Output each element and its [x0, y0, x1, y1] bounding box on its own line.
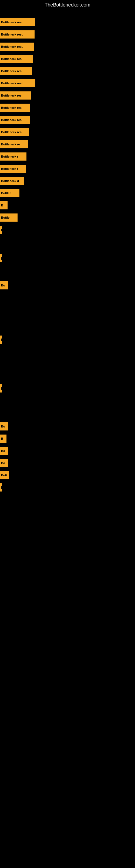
- bottleneck-bar: Bott: [0, 471, 9, 479]
- site-title: TheBottlenecker.com: [0, 0, 135, 10]
- bar-label: Bo: [1, 461, 5, 465]
- bottleneck-bar: Bottleneck res: [0, 104, 30, 112]
- bar-label: |: [1, 228, 2, 231]
- bar-label: Bottleneck d: [1, 179, 19, 183]
- bottleneck-bar: Bottleneck resu: [0, 30, 35, 38]
- bottleneck-bar: Bo: [0, 422, 8, 431]
- bottleneck-bar: |: [0, 226, 2, 234]
- bottleneck-bar: Bottlen: [0, 189, 19, 197]
- bar-label: Bottleneck re: [1, 143, 20, 146]
- bar-label: |: [1, 338, 2, 341]
- bar-label: Bottleneck r: [1, 155, 18, 158]
- bottleneck-bar: Bottleneck res: [0, 128, 29, 136]
- bottleneck-bar: Bottleneck res: [0, 67, 32, 75]
- bar-label: Bottle: [1, 216, 9, 219]
- bottleneck-bar: B: [0, 201, 8, 209]
- bar-label: Bottleneck resu: [1, 45, 24, 48]
- bar-label: B: [1, 204, 3, 207]
- bar-label: Bottlen: [1, 191, 11, 195]
- bottleneck-bar: |: [0, 384, 2, 393]
- bar-label: Bott: [1, 474, 7, 477]
- bottleneck-bar: Bottleneck d: [0, 177, 24, 185]
- bottleneck-bar: |: [0, 336, 2, 344]
- bar-label: Bottleneck resu: [1, 21, 24, 24]
- bar-label: Bo: [1, 425, 5, 428]
- bottleneck-bar: Bottleneck res: [0, 116, 30, 124]
- bar-label: Bo: [1, 449, 5, 453]
- bottleneck-bar: |: [0, 484, 2, 492]
- bottleneck-bar: |: [0, 254, 2, 262]
- bottleneck-bar: Bottleneck r: [0, 165, 26, 173]
- bar-label: B: [1, 437, 3, 440]
- bar-label: Bottleneck r: [1, 167, 18, 170]
- bar-label: Bottleneck res: [1, 69, 21, 73]
- bar-label: Bottleneck resu: [1, 33, 24, 36]
- bar-label: |: [1, 257, 2, 260]
- bottleneck-bar: Bottleneck r: [0, 152, 27, 161]
- bar-label: Bottleneck rest: [1, 82, 22, 85]
- bottleneck-bar: B: [0, 435, 6, 443]
- bar-label: Bottleneck res: [1, 118, 21, 122]
- bar-label: Bottleneck res: [1, 106, 21, 109]
- bottleneck-bar: Bottleneck res: [0, 55, 33, 63]
- bottleneck-bar: Bottleneck re: [0, 140, 28, 148]
- bottleneck-bar: Bo: [0, 459, 8, 467]
- bar-label: Bottleneck res: [1, 94, 21, 97]
- bottleneck-bar: Bottleneck rest: [0, 79, 35, 87]
- bar-label: |: [1, 486, 2, 489]
- bar-label: |: [1, 387, 2, 390]
- bar-label: Bottleneck res: [1, 57, 21, 61]
- bottleneck-bar: Bottleneck res: [0, 91, 31, 99]
- bar-label: Bo: [1, 284, 5, 287]
- bottleneck-bar: Bottleneck resu: [0, 42, 34, 51]
- bottleneck-bar: Bottle: [0, 214, 17, 222]
- bottleneck-bar: Bo: [0, 281, 8, 289]
- bottleneck-bar: Bo: [0, 447, 8, 455]
- bar-label: Bottleneck res: [1, 130, 21, 134]
- bottleneck-bar: Bottleneck resu: [0, 18, 35, 26]
